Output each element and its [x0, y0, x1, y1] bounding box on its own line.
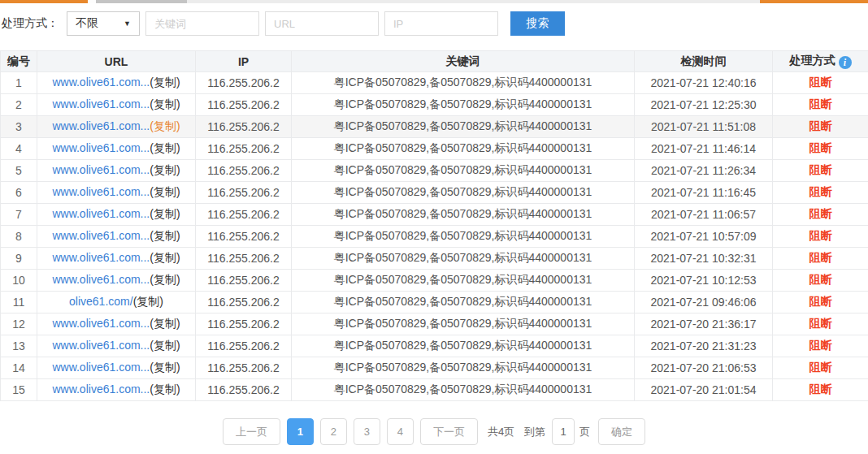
ip-cell: 116.255.206.2 [196, 72, 292, 94]
time-cell: 2021-07-20 21:01:54 [635, 379, 773, 401]
time-cell: 2021-07-21 11:46:14 [635, 138, 773, 160]
copy-link[interactable]: (复制) [150, 163, 180, 176]
url-link[interactable]: www.olive61.com... [52, 141, 150, 154]
copy-link[interactable]: (复制) [150, 361, 180, 374]
url-cell: www.olive61.com...(复制) [37, 182, 196, 204]
ip-cell: 116.255.206.2 [196, 204, 292, 226]
ip-cell: 116.255.206.2 [196, 226, 292, 248]
table-row: 1www.olive61.com...(复制)116.255.206.2粤ICP… [1, 72, 868, 94]
action-cell: 阻断 [773, 160, 868, 182]
url-link[interactable]: www.olive61.com... [52, 273, 150, 286]
prev-page-button[interactable]: 上一页 [223, 418, 280, 445]
url-link[interactable]: www.olive61.com... [52, 251, 150, 264]
table-row: 12www.olive61.com...(复制)116.255.206.2粤IC… [1, 313, 868, 335]
ip-cell: 116.255.206.2 [196, 116, 292, 138]
row-number-cell: 4 [1, 138, 37, 160]
search-button[interactable]: 搜索 [510, 11, 565, 36]
url-link[interactable]: www.olive61.com... [52, 207, 150, 220]
ip-cell: 116.255.206.2 [196, 292, 292, 313]
url-link[interactable]: www.olive61.com... [52, 339, 150, 352]
ip-cell: 116.255.206.2 [196, 160, 292, 182]
page-button-2[interactable]: 2 [320, 418, 347, 445]
copy-link[interactable]: (复制) [150, 185, 180, 198]
copy-link[interactable]: (复制) [150, 251, 180, 264]
keyword-cell: 粤ICP备05070829,备05070829,标识码4400000131 [292, 379, 635, 401]
time-cell: 2021-07-21 10:57:09 [635, 226, 773, 248]
keyword-input[interactable] [145, 11, 259, 36]
copy-link[interactable]: (复制) [150, 229, 180, 242]
copy-link[interactable]: (复制) [133, 295, 163, 308]
url-cell: olive61.com/(复制) [37, 292, 196, 313]
copy-link[interactable]: (复制) [150, 119, 180, 132]
ip-cell: 116.255.206.2 [196, 313, 292, 335]
url-link[interactable]: www.olive61.com... [52, 361, 150, 374]
copy-link[interactable]: (复制) [150, 76, 180, 89]
url-cell: www.olive61.com...(复制) [37, 270, 196, 292]
action-cell: 阻断 [773, 270, 868, 292]
info-icon[interactable]: i [839, 56, 852, 69]
copy-link[interactable]: (复制) [150, 273, 180, 286]
url-link[interactable]: www.olive61.com... [52, 229, 150, 242]
url-link[interactable]: www.olive61.com... [52, 119, 150, 132]
row-number-cell: 9 [1, 248, 37, 270]
page-button-3[interactable]: 3 [354, 418, 380, 445]
copy-link[interactable]: (复制) [150, 383, 180, 396]
row-number-cell: 13 [1, 335, 37, 357]
url-link[interactable]: olive61.com/ [69, 295, 133, 308]
url-link[interactable]: www.olive61.com... [52, 76, 150, 89]
table-row: 2www.olive61.com...(复制)116.255.206.2粤ICP… [1, 94, 868, 116]
copy-link[interactable]: (复制) [150, 339, 180, 352]
copy-link[interactable]: (复制) [150, 141, 180, 154]
url-link[interactable]: www.olive61.com... [52, 185, 150, 198]
row-number-cell: 15 [1, 379, 37, 401]
page-button-4[interactable]: 4 [387, 418, 414, 445]
page-button-1[interactable]: 1 [287, 418, 314, 445]
process-type-label: 处理方式： [2, 16, 59, 31]
url-link[interactable]: www.olive61.com... [52, 383, 150, 396]
table-row: 10www.olive61.com...(复制)116.255.206.2粤IC… [1, 270, 868, 292]
url-link[interactable]: www.olive61.com... [52, 317, 150, 330]
copy-link[interactable]: (复制) [150, 317, 180, 330]
url-input[interactable] [265, 11, 379, 36]
time-cell: 2021-07-20 21:31:23 [635, 335, 773, 357]
ip-input[interactable] [384, 11, 498, 36]
keyword-cell: 粤ICP备05070829,备05070829,标识码4400000131 [292, 182, 635, 204]
process-type-select[interactable]: 不限 ▼ [67, 11, 140, 36]
keyword-cell: 粤ICP备05070829,备05070829,标识码4400000131 [292, 270, 635, 292]
next-page-button[interactable]: 下一页 [420, 418, 478, 445]
action-cell: 阻断 [773, 204, 868, 226]
keyword-cell: 粤ICP备05070829,备05070829,标识码4400000131 [292, 204, 635, 226]
strip-segment [88, 0, 96, 3]
action-cell: 阻断 [773, 248, 868, 270]
url-cell: www.olive61.com...(复制) [37, 248, 196, 270]
goto-label: 到第 [524, 425, 545, 439]
time-cell: 2021-07-21 12:25:30 [635, 94, 773, 116]
row-number-cell: 7 [1, 204, 37, 226]
action-cell: 阻断 [773, 313, 868, 335]
keyword-cell: 粤ICP备05070829,备05070829,标识码4400000131 [292, 94, 635, 116]
table-row: 3www.olive61.com...(复制)116.255.206.2粤ICP… [1, 116, 868, 138]
url-cell: www.olive61.com...(复制) [37, 226, 196, 248]
row-number-cell: 5 [1, 160, 37, 182]
row-number-cell: 8 [1, 226, 37, 248]
ip-cell: 116.255.206.2 [196, 335, 292, 357]
keyword-cell: 粤ICP备05070829,备05070829,标识码4400000131 [292, 313, 635, 335]
ip-cell: 116.255.206.2 [196, 357, 292, 379]
ip-cell: 116.255.206.2 [196, 94, 292, 116]
url-link[interactable]: www.olive61.com... [52, 97, 150, 110]
copy-link[interactable]: (复制) [150, 207, 180, 220]
copy-link[interactable]: (复制) [150, 97, 180, 110]
page-buttons: 1234 [284, 418, 417, 445]
confirm-button[interactable]: 确定 [598, 418, 645, 445]
table-row: 4www.olive61.com...(复制)116.255.206.2粤ICP… [1, 138, 868, 160]
action-cell: 阻断 [773, 72, 868, 94]
url-link[interactable]: www.olive61.com... [52, 163, 150, 176]
url-cell: www.olive61.com...(复制) [37, 379, 196, 401]
table-row: 14www.olive61.com...(复制)116.255.206.2粤IC… [1, 357, 868, 379]
action-cell: 阻断 [773, 226, 868, 248]
goto-page-input[interactable] [552, 418, 575, 445]
table-row: 9www.olive61.com...(复制)116.255.206.2粤ICP… [1, 248, 868, 270]
page-unit-label: 页 [579, 425, 590, 439]
url-cell: www.olive61.com...(复制) [37, 313, 196, 335]
keyword-cell: 粤ICP备05070829,备05070829,标识码4400000131 [292, 138, 635, 160]
